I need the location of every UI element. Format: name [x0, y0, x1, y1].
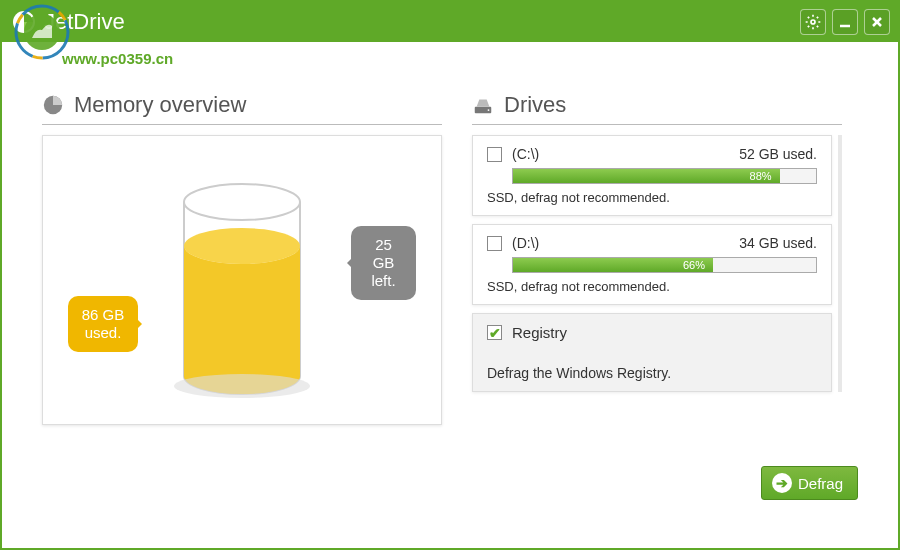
drive-card-c[interactable]: (C:\) 52 GB used. 88% SSD, defrag not re… — [472, 135, 832, 216]
svg-point-11 — [174, 374, 310, 398]
drives-panel: Drives (C:\) 52 GB used. 88% SSD, defrag… — [472, 92, 842, 425]
gear-icon — [805, 14, 821, 30]
close-icon — [870, 15, 884, 29]
memory-cylinder-chart — [162, 176, 322, 406]
memory-left-label: left. — [371, 272, 395, 289]
drive-c-checkbox[interactable] — [487, 147, 502, 162]
drive-d-checkbox[interactable] — [487, 236, 502, 251]
app-title: JetDrive — [44, 9, 800, 35]
memory-card: 86 GB used. 25 GB left. — [42, 135, 442, 425]
defrag-button[interactable]: ➔ Defrag — [761, 466, 858, 500]
settings-button[interactable] — [800, 9, 826, 35]
drive-card-d[interactable]: (D:\) 34 GB used. 66% SSD, defrag not re… — [472, 224, 832, 305]
close-button[interactable] — [864, 9, 890, 35]
registry-note: Defrag the Windows Registry. — [487, 365, 817, 381]
titlebar: JetDrive — [2, 2, 898, 42]
drive-c-note: SSD, defrag not recommended. — [487, 190, 817, 205]
registry-card[interactable]: Registry Defrag the Windows Registry. — [472, 313, 832, 392]
pie-icon — [42, 94, 64, 116]
minimize-icon — [838, 15, 852, 29]
drive-c-percent: 88% — [750, 169, 772, 183]
drive-d-progress: 66% — [512, 257, 817, 273]
arrow-right-icon: ➔ — [772, 473, 792, 493]
svg-point-10 — [184, 228, 300, 264]
drive-d-name: (D:\) — [512, 235, 739, 251]
svg-point-13 — [488, 109, 490, 111]
minimize-button[interactable] — [832, 9, 858, 35]
drive-d-used: 34 GB used. — [739, 235, 817, 251]
svg-point-9 — [184, 184, 300, 220]
registry-checkbox[interactable] — [487, 325, 502, 340]
defrag-button-label: Defrag — [798, 475, 843, 492]
memory-used-value: 86 GB — [82, 306, 125, 323]
drive-d-note: SSD, defrag not recommended. — [487, 279, 817, 294]
memory-used-bubble: 86 GB used. — [68, 296, 138, 352]
drive-c-progress: 88% — [512, 168, 817, 184]
svg-point-4 — [811, 20, 815, 24]
drives-list: (C:\) 52 GB used. 88% SSD, defrag not re… — [472, 135, 842, 392]
watermark-text: www.pc0359.cn — [62, 50, 173, 67]
drive-icon — [472, 94, 494, 116]
memory-overview-panel: Memory overview 86 GB used. 25 GB left. — [42, 92, 442, 425]
drive-c-used: 52 GB used. — [739, 146, 817, 162]
drives-title: Drives — [504, 92, 566, 118]
registry-label: Registry — [512, 324, 567, 341]
memory-left-bubble: 25 GB left. — [351, 226, 416, 300]
drive-c-name: (C:\) — [512, 146, 739, 162]
memory-used-label: used. — [85, 324, 122, 341]
memory-left-value: 25 GB — [373, 236, 395, 271]
drive-d-percent: 66% — [683, 258, 705, 272]
memory-overview-title: Memory overview — [74, 92, 246, 118]
